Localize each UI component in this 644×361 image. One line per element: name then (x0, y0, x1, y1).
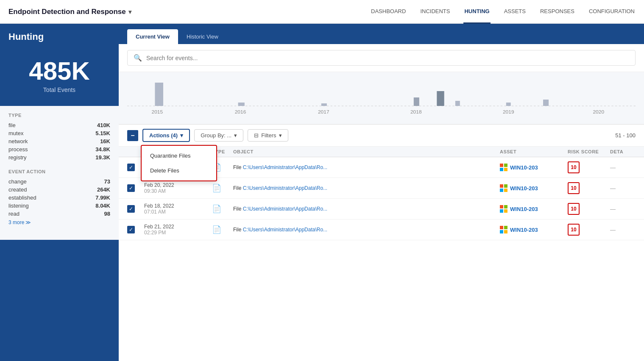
nav-configuration[interactable]: CONFIGURATION (588, 0, 636, 24)
row-checkbox-2[interactable]: ✓ (127, 184, 135, 192)
sidebar-title: Hunting (8, 31, 44, 42)
deselect-button[interactable]: − (127, 130, 138, 141)
filter-registry[interactable]: registry 19.3K (8, 153, 110, 161)
event-action-section: EVENT ACTION change 73 created 264K esta… (8, 169, 110, 225)
dropdown-quarantine[interactable]: Quarantine Files (142, 148, 216, 163)
detail-dash-3: — (610, 206, 636, 212)
nav-dashboard[interactable]: DASHBOARD (370, 0, 407, 24)
filter-process[interactable]: process 34.8K (8, 145, 110, 153)
groupby-chevron-icon: ▾ (234, 132, 237, 139)
svg-text:2017: 2017 (318, 109, 329, 114)
actions-chevron-icon: ▾ (180, 132, 183, 139)
row-date-4: Feb 21, 2022 02:29 PM (144, 224, 212, 236)
file-icon-4: 📄 (212, 225, 233, 234)
type-filter-section: TYPE file 410K mutex 5.15K network 16K p… (8, 113, 110, 161)
nav-assets[interactable]: ASSETS (503, 0, 527, 24)
windows-icon-1 (500, 164, 507, 171)
table-row: ✓ Feb 18, 2022 07:01 AM 📄 File C:\Users\… (119, 199, 644, 219)
groupby-label: Group By: ... (201, 132, 231, 139)
svg-text:2018: 2018 (410, 109, 422, 114)
filter-mutex[interactable]: mutex 5.15K (8, 129, 110, 137)
svg-rect-2 (238, 103, 245, 106)
row-object-4: File C:\Users\Administrator\AppData\Ro..… (233, 227, 500, 233)
row-checkbox-3[interactable]: ✓ (127, 205, 135, 213)
detail-dash-4: — (610, 227, 636, 233)
app-title-chevron[interactable]: ▾ (128, 8, 131, 15)
content-area: Current View Historic View 🔍 (119, 24, 644, 361)
tab-current-view[interactable]: Current View (127, 29, 178, 44)
risk-badge-4: 10 (568, 224, 580, 236)
col-asset: ASSET (500, 149, 568, 154)
windows-icon-3 (500, 205, 507, 213)
risk-badge-3: 10 (568, 203, 580, 215)
filters-button[interactable]: ⊟ Filters ▾ (248, 129, 288, 142)
nav-incidents[interactable]: INCIDENTS (419, 0, 451, 24)
svg-rect-5 (437, 91, 444, 106)
filters-label: Filters (261, 132, 276, 139)
nav-hunting[interactable]: HUNTING (463, 0, 490, 24)
events-chart: 2015 2016 2017 2018 2019 2020 (127, 76, 636, 119)
risk-badge-1: 10 (568, 161, 580, 173)
filter-change[interactable]: change 73 (8, 178, 110, 186)
filter-created[interactable]: created 264K (8, 186, 110, 194)
svg-rect-6 (455, 101, 460, 106)
actions-button[interactable]: Actions (4) ▾ (142, 129, 190, 142)
filter-network[interactable]: network 16K (8, 137, 110, 145)
file-icon-3: 📄 (212, 204, 233, 214)
col-details: DETA (610, 149, 636, 154)
row-object-3: File C:\Users\Administrator\AppData\Ro..… (233, 206, 500, 212)
row-checkbox-4[interactable]: ✓ (127, 226, 135, 233)
tab-bar: Current View Historic View (119, 24, 644, 44)
more-filters-link[interactable]: 3 more ≫ (8, 219, 110, 225)
row-asset-1: WIN10-203 (500, 164, 568, 171)
filter-listening[interactable]: listening 8.04K (8, 202, 110, 210)
actions-label: Actions (4) (149, 132, 178, 139)
sidebar-filters: TYPE file 410K mutex 5.15K network 16K p… (0, 106, 119, 240)
svg-text:2015: 2015 (152, 109, 163, 114)
windows-icon-2 (500, 184, 507, 192)
row-checkbox-1[interactable]: ✓ (127, 164, 135, 171)
svg-rect-8 (543, 100, 549, 106)
filter-file[interactable]: file 410K (8, 121, 110, 129)
nav-responses[interactable]: RESPONSES (539, 0, 575, 24)
search-input[interactable] (146, 55, 629, 61)
groupby-button[interactable]: Group By: ... ▾ (194, 129, 243, 142)
minus-icon: − (131, 132, 134, 139)
row-asset-4: WIN10-203 (500, 226, 568, 233)
svg-text:2019: 2019 (503, 109, 514, 114)
row-date-2: Feb 20, 2022 09:30 AM (144, 182, 212, 194)
col-risk: RISK SCORE (568, 149, 610, 154)
tab-historic-view[interactable]: Historic View (178, 29, 227, 44)
pagination: 51 - 100 (615, 132, 636, 139)
svg-rect-7 (506, 103, 511, 106)
svg-text:2020: 2020 (593, 109, 604, 114)
file-icon-2: 📄 (212, 183, 233, 193)
detail-dash-1: — (610, 164, 636, 171)
total-events-number: 485K (8, 58, 110, 84)
row-object-2: File C:\Users\Administrator\AppData\Ro..… (233, 185, 500, 191)
toolbar: − Actions (4) ▾ Group By: ... ▾ ⊟ Filter… (119, 125, 644, 147)
sidebar: Hunting 485K Total Events TYPE file 410K… (0, 24, 119, 361)
filter-icon: ⊟ (254, 132, 259, 139)
row-object-1: File C:\Users\Administrator\AppData\Ro..… (233, 164, 500, 170)
top-nav: Endpoint Detection and Response ▾ DASHBO… (0, 0, 644, 24)
row-asset-3: WIN10-203 (500, 205, 568, 213)
filter-established[interactable]: established 7.99K (8, 194, 110, 202)
sidebar-stats: 485K Total Events (0, 50, 119, 106)
risk-badge-2: 10 (568, 182, 580, 194)
chart-area: 2015 2016 2017 2018 2019 2020 (119, 72, 644, 125)
windows-icon-4 (500, 226, 507, 233)
row-date-3: Feb 18, 2022 07:01 AM (144, 203, 212, 215)
search-input-wrap: 🔍 (127, 50, 636, 66)
dropdown-delete[interactable]: Delete Files (142, 163, 216, 178)
row-asset-2: WIN10-203 (500, 184, 568, 192)
detail-dash-2: — (610, 185, 636, 192)
filter-read[interactable]: read 98 (8, 210, 110, 218)
table-row: ✓ Feb 21, 2022 02:29 PM 📄 File C:\Users\… (119, 219, 644, 240)
app-title-text: Endpoint Detection and Response (8, 8, 126, 16)
top-nav-links: DASHBOARD INCIDENTS HUNTING ASSETS RESPO… (370, 0, 636, 24)
filters-chevron-icon: ▾ (279, 132, 282, 139)
search-bar: 🔍 (119, 44, 644, 72)
search-icon: 🔍 (134, 54, 142, 62)
app-title: Endpoint Detection and Response ▾ (8, 8, 131, 16)
